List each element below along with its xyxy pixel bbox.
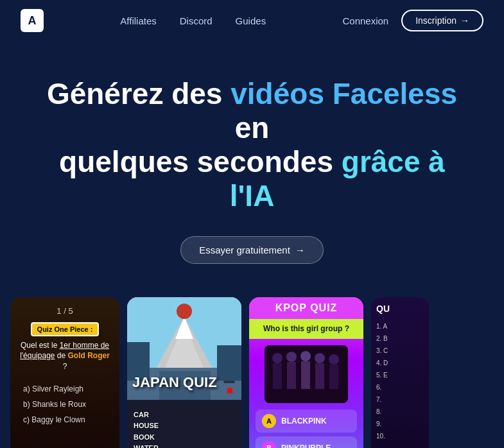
headline-highlight-1: vidéos Faceless — [230, 77, 457, 110]
item-2: 3. C — [376, 345, 424, 357]
kpop-group-svg — [265, 345, 348, 403]
item-3: 4. D — [376, 357, 424, 369]
svg-rect-19 — [329, 365, 338, 389]
cta-button[interactable]: Essayer gratuitement → — [180, 236, 324, 264]
item-4: 5. E — [376, 369, 424, 381]
svg-rect-17 — [315, 363, 324, 389]
option-b-label: PINKPURPLE — [281, 444, 331, 448]
card2-kanji: 東本水禅 — [223, 381, 235, 383]
card3-options: A BLACKPINK B PINKPURPLE C KYOTO — [249, 409, 363, 448]
logo-letter: A — [28, 14, 37, 28]
svg-point-10 — [272, 353, 282, 363]
login-link[interactable]: Connexion — [342, 15, 388, 26]
card-kpop: KPOP QUIZ Who is this girl group ? A — [249, 297, 363, 448]
q-orange: Gold Roger — [68, 351, 110, 360]
quiz-text: QUIZ — [179, 374, 217, 390]
svg-rect-15 — [301, 361, 310, 389]
kpop-option-b: B PINKPURPLE — [256, 436, 357, 448]
headline-text-2: en — [235, 111, 270, 144]
nav-affiliates[interactable]: Affiliates — [120, 15, 156, 26]
badge-b: B — [262, 441, 276, 448]
card1-options: a) Silver Rayleigh b) Shanks le Roux c) … — [18, 381, 112, 427]
card1-title: Quiz One Piece : — [31, 322, 100, 336]
card4-items: 1. A 2. B 3. C 4. D 5. E 6. 7. 8. 9. 10. — [376, 320, 424, 442]
q-end: ? — [63, 362, 67, 371]
svg-rect-11 — [273, 363, 282, 389]
card-japan-quiz: JAPAN QUIZ 東本水禅 CAR HOUSE BOOK WATER CAT… — [127, 297, 241, 448]
item-5: 6. — [376, 381, 424, 393]
nav-links: Affiliates Discord Guides — [120, 15, 266, 26]
card-one-piece: 1 / 5 Quiz One Piece : Quel est le 1er h… — [10, 297, 119, 448]
word-0: CAR — [134, 409, 159, 421]
item-6: 7. — [376, 393, 424, 406]
svg-point-4 — [177, 304, 192, 319]
kpop-option-a: A BLACKPINK — [256, 409, 357, 433]
cta-arrow-icon: → — [295, 245, 305, 255]
nav-guides[interactable]: Guides — [236, 15, 266, 26]
svg-rect-7 — [217, 345, 241, 381]
hero-headline: Générez des vidéos Faceless en quelques … — [40, 77, 464, 213]
card1-counter: 1 / 5 — [56, 306, 73, 316]
word-2: BOOK — [134, 432, 159, 444]
card2-words: CAR HOUSE BOOK WATER CAT DOG TREE SUN MO… — [134, 409, 159, 448]
svg-point-12 — [286, 352, 297, 362]
cta-label: Essayer gratuitement — [199, 245, 290, 255]
signup-button[interactable]: Inscription → — [401, 10, 483, 31]
option-a-label: BLACKPINK — [281, 417, 327, 426]
logo: A — [21, 9, 44, 32]
headline-text-3: quelques secondes — [59, 145, 342, 178]
navigation: A Affiliates Discord Guides Connexion In… — [0, 0, 504, 41]
nav-discord[interactable]: Discord — [180, 15, 213, 26]
card4-header: QU — [376, 304, 424, 314]
item-7: 8. — [376, 406, 424, 418]
japan-text: JAPAN — [132, 374, 179, 390]
hero-section: Générez des vidéos Faceless en quelques … — [0, 41, 504, 289]
item-8: 9. — [376, 418, 424, 430]
item-1: 2. B — [376, 332, 424, 345]
badge-a: A — [262, 414, 276, 428]
card3-header: KPOP QUIZ — [249, 297, 363, 319]
svg-point-18 — [329, 354, 339, 365]
svg-point-16 — [315, 353, 325, 363]
svg-rect-13 — [287, 362, 296, 389]
card2-title: JAPAN QUIZ — [132, 374, 217, 391]
option-b: b) Shanks le Roux — [23, 397, 112, 412]
card3-group-image — [265, 345, 348, 403]
nav-right: Connexion Inscription → — [342, 10, 483, 31]
card-partial: QU 1. A 2. B 3. C 4. D 5. E 6. 7. 8. 9. … — [371, 297, 429, 448]
svg-point-14 — [300, 351, 311, 361]
headline-text-1: Générez des — [47, 77, 230, 110]
q-part2: de — [55, 351, 67, 360]
item-0: 1. A — [376, 320, 424, 332]
item-9: 10. — [376, 430, 424, 442]
signup-arrow-icon: → — [460, 15, 469, 26]
card1-question: Quel est le 1er homme de l'équipage de G… — [18, 340, 112, 372]
card3-subheader: Who is this girl group ? — [249, 319, 363, 340]
word-3: WATER — [134, 443, 159, 448]
cards-section: 1 / 5 Quiz One Piece : Quel est le 1er h… — [0, 289, 504, 448]
signup-label: Inscription — [415, 15, 456, 26]
option-a: a) Silver Rayleigh — [23, 381, 112, 397]
option-c: c) Baggy le Clown — [23, 412, 112, 427]
word-1: HOUSE — [134, 420, 159, 432]
q-part1: Quel est le — [21, 341, 60, 350]
